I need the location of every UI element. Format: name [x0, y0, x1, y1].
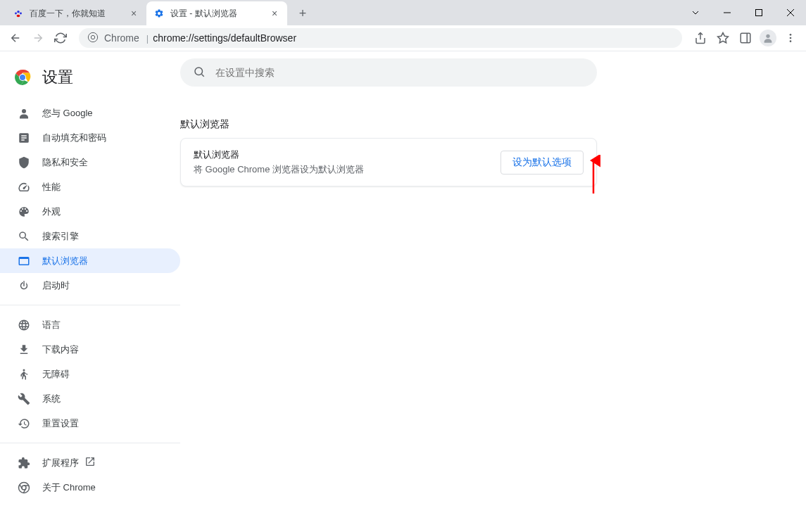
card-title: 默认浏览器: [194, 148, 364, 161]
profile-avatar[interactable]: [758, 28, 778, 48]
sidebar-item-autofill[interactable]: 自动填充和密码: [0, 125, 180, 150]
person-icon: [17, 106, 31, 120]
omnibox-separator: |: [146, 33, 149, 44]
svg-point-20: [23, 369, 25, 371]
speed-icon: [17, 180, 31, 194]
sidebar: 设置 您与 Google自动填充和密码隐私和安全性能外观搜索引擎默认浏览器启动时…: [0, 51, 180, 532]
chrome-page-icon: [87, 32, 99, 45]
svg-point-13: [790, 34, 792, 36]
reload-button[interactable]: [51, 28, 70, 48]
accessibility-icon: [17, 367, 31, 381]
sidebar-item-accessibility[interactable]: 无障碍: [0, 362, 180, 386]
sidebar-item-globe[interactable]: 语言: [0, 312, 180, 337]
omnibox-url: chrome://settings/defaultBrowser: [153, 32, 296, 44]
sidebar-item-label: 隐私和安全: [42, 156, 88, 169]
card-text: 默认浏览器 将 Google Chrome 浏览器设为默认浏览器: [194, 148, 364, 176]
chrome-icon: [17, 481, 31, 495]
svg-rect-5: [755, 10, 762, 16]
browser-icon: [17, 254, 31, 268]
palette-icon: [17, 205, 31, 219]
settings-search[interactable]: [180, 58, 597, 87]
close-icon[interactable]: ×: [269, 8, 280, 19]
tab-title: 百度一下，你就知道: [30, 8, 128, 20]
page-title: 设置: [42, 67, 73, 88]
settings-page: 设置 您与 Google自动填充和密码隐私和安全性能外观搜索引擎默认浏览器启动时…: [0, 51, 806, 532]
svg-point-2: [20, 13, 22, 15]
share-icon[interactable]: [691, 28, 710, 48]
svg-point-18: [20, 75, 25, 80]
autofill-icon: [17, 131, 31, 145]
sidebar-item-extension[interactable]: 扩展程序: [0, 450, 180, 475]
divider: [0, 443, 180, 443]
shield-icon: [17, 156, 31, 170]
restore-icon: [17, 417, 31, 431]
wrench-icon: [17, 392, 31, 406]
back-button[interactable]: [6, 28, 25, 48]
tab-baidu[interactable]: 百度一下，你就知道 ×: [6, 1, 146, 25]
sidebar-item-label: 自动填充和密码: [42, 132, 106, 144]
sidebar-item-search[interactable]: 搜索引擎: [0, 224, 180, 248]
default-browser-card: 默认浏览器 将 Google Chrome 浏览器设为默认浏览器 设为默认选项: [180, 138, 597, 186]
svg-point-3: [17, 15, 20, 18]
sidebar-item-label: 下载内容: [42, 343, 79, 356]
sidebar-item-label: 启动时: [42, 279, 70, 292]
close-button[interactable]: [774, 2, 806, 23]
svg-point-15: [790, 40, 792, 42]
settings-header: 设置: [0, 58, 180, 101]
sidebar-item-restore[interactable]: 重置设置: [0, 411, 180, 436]
menu-icon[interactable]: [781, 28, 800, 48]
svg-point-26: [195, 68, 203, 75]
divider: [0, 305, 180, 305]
maximize-button[interactable]: [743, 2, 774, 23]
sidebar-item-palette[interactable]: 外观: [0, 199, 180, 224]
svg-point-0: [17, 11, 20, 13]
main-content: 默认浏览器 默认浏览器 将 Google Chrome 浏览器设为默认浏览器 设…: [180, 51, 806, 532]
chevron-down-icon[interactable]: [679, 2, 711, 23]
sidebar-item-speed[interactable]: 性能: [0, 175, 180, 199]
extension-icon: [17, 456, 31, 470]
omnibox[interactable]: Chrome | chrome://settings/defaultBrowse…: [79, 28, 682, 48]
sidebar-item-download[interactable]: 下载内容: [0, 337, 180, 362]
sidebar-item-person[interactable]: 您与 Google: [0, 101, 180, 125]
sidebar-item-label: 外观: [42, 205, 61, 218]
sidebar-item-label: 性能: [42, 181, 61, 194]
sidebar-item-label: 扩展程序: [42, 457, 79, 469]
globe-icon: [17, 318, 31, 332]
svg-line-27: [201, 74, 203, 76]
sidebar-item-label: 您与 Google: [42, 107, 93, 120]
bookmark-icon[interactable]: [713, 28, 733, 48]
forward-button[interactable]: [28, 28, 48, 48]
sidebar-item-label: 关于 Chrome: [42, 481, 96, 494]
sidebar-item-label: 默认浏览器: [42, 255, 88, 267]
close-icon[interactable]: ×: [128, 8, 139, 19]
sidebar-item-power[interactable]: 启动时: [0, 273, 180, 298]
sidebar-item-label: 无障碍: [42, 368, 70, 381]
sidebar-item-chrome[interactable]: 关于 Chrome: [0, 475, 180, 500]
settings-search-input[interactable]: [215, 67, 584, 78]
svg-point-9: [91, 35, 94, 39]
svg-point-1: [15, 13, 17, 15]
chrome-logo-icon: [14, 69, 31, 86]
tab-settings[interactable]: 设置 - 默认浏览器 ×: [146, 1, 287, 25]
search-icon: [193, 65, 206, 80]
sidebar-item-shield[interactable]: 隐私和安全: [0, 150, 180, 175]
section-title: 默认浏览器: [180, 118, 806, 131]
svg-point-8: [88, 32, 97, 42]
new-tab-button[interactable]: +: [293, 4, 313, 23]
sidebar-item-label: 重置设置: [42, 417, 79, 430]
svg-point-12: [766, 34, 769, 38]
gear-icon: [153, 8, 165, 19]
baidu-favicon-icon: [13, 8, 24, 19]
svg-rect-10: [741, 33, 750, 43]
search-icon: [17, 229, 31, 243]
set-default-button[interactable]: 设为默认选项: [500, 151, 584, 175]
svg-point-14: [790, 37, 792, 39]
sidebar-item-wrench[interactable]: 系统: [0, 386, 180, 411]
side-panel-icon[interactable]: [736, 28, 755, 48]
external-link-icon: [84, 456, 96, 469]
omnibox-prefix: Chrome: [104, 32, 139, 44]
svg-point-19: [22, 109, 26, 113]
sidebar-item-browser[interactable]: 默认浏览器: [0, 248, 180, 273]
card-description: 将 Google Chrome 浏览器设为默认浏览器: [194, 163, 364, 176]
minimize-button[interactable]: [711, 2, 743, 23]
